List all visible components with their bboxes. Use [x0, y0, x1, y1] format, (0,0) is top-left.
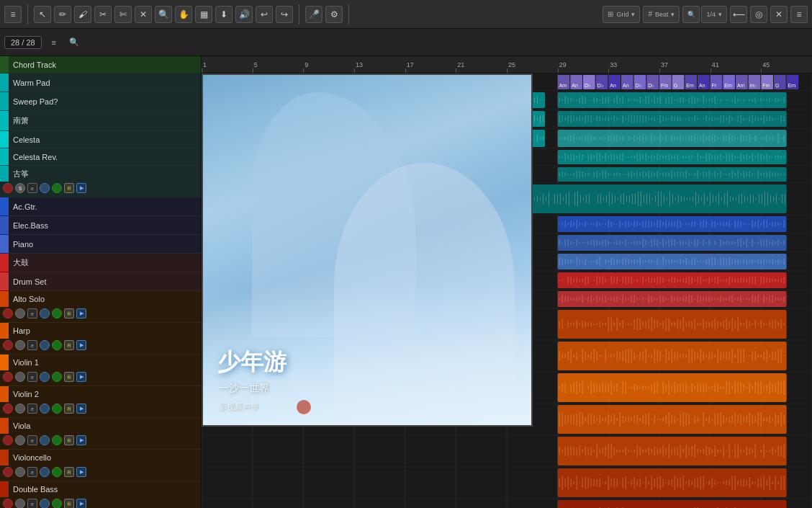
arrow-btn[interactable]: ▶	[76, 435, 86, 445]
solo-btn[interactable]	[15, 308, 25, 318]
solo-btn[interactable]	[15, 340, 25, 350]
wave-btn[interactable]	[40, 499, 50, 508]
green-btn[interactable]	[52, 467, 62, 477]
solo-btn[interactable]	[15, 404, 25, 414]
wave-btn[interactable]	[40, 404, 50, 414]
r-btn[interactable]: R	[64, 183, 74, 193]
mute-btn[interactable]	[3, 308, 13, 318]
quantize-dropdown[interactable]: 1/4 ▾	[701, 6, 727, 23]
wave-btn[interactable]	[40, 435, 50, 445]
redo-btn[interactable]: ↪	[276, 6, 293, 23]
pan-tool[interactable]: ✋	[175, 6, 192, 23]
svg-rect-1227	[726, 241, 727, 245]
select-tool[interactable]: ↖	[34, 6, 51, 23]
green-btn[interactable]	[52, 308, 62, 318]
arrow-btn[interactable]: ▶	[76, 183, 86, 193]
mute-btn[interactable]	[3, 404, 13, 414]
record-audio-btn[interactable]: 🎤	[305, 6, 322, 23]
r-btn[interactable]: R	[64, 435, 74, 445]
grid-dropdown[interactable]: ⊞ Grid ▾	[603, 6, 640, 23]
draw-tool[interactable]: ✏	[54, 6, 71, 23]
green-btn[interactable]	[52, 372, 62, 382]
toggle-btn-3[interactable]: ✕	[770, 6, 788, 23]
wave-btn[interactable]	[40, 467, 50, 477]
beat-dropdown[interactable]: # Beat ▾	[643, 6, 680, 23]
green-btn[interactable]	[52, 183, 62, 193]
paint-tool[interactable]: 🖌	[74, 6, 91, 23]
solo-btn[interactable]	[15, 372, 25, 382]
mute-btn[interactable]	[3, 435, 13, 445]
wave-btn[interactable]	[40, 372, 50, 382]
mute-btn[interactable]	[3, 467, 13, 477]
mute-btn[interactable]	[3, 183, 13, 193]
volume-tool[interactable]: 🔊	[235, 6, 253, 23]
search-icon[interactable]: 🔍	[66, 35, 82, 50]
edit-btn[interactable]: e	[27, 435, 37, 445]
svg-rect-1678	[643, 385, 644, 390]
svg-rect-1112	[626, 221, 626, 228]
solo-btn[interactable]	[15, 467, 25, 477]
edit-btn[interactable]: e	[27, 499, 37, 508]
svg-rect-1914	[631, 480, 632, 486]
piano-roll[interactable]: 159131721252933374145 AmAnD♭D♭AnAnD♭D♭Fm…	[202, 56, 812, 508]
mute-btn[interactable]	[3, 372, 13, 382]
svg-rect-686	[577, 156, 577, 159]
r-btn[interactable]: R	[64, 404, 74, 414]
arrow-btn[interactable]: ▶	[76, 467, 86, 477]
edit-btn[interactable]: e	[27, 183, 37, 193]
edit-btn[interactable]: e	[27, 467, 37, 477]
menu-extra-btn[interactable]: ≡	[790, 6, 808, 23]
cut-tool[interactable]: ✄	[114, 6, 132, 23]
arrow-btn[interactable]: ▶	[76, 340, 86, 350]
zoom-tool[interactable]: 🔍	[155, 6, 172, 23]
wave-btn[interactable]	[40, 340, 50, 350]
arrow-btn[interactable]: ▶	[76, 308, 86, 318]
erase-tool[interactable]: ✂	[94, 6, 112, 23]
undo-btn[interactable]: ↩	[256, 6, 273, 23]
svg-rect-1693	[686, 382, 687, 393]
svg-rect-1706	[723, 386, 724, 389]
svg-rect-1231	[738, 239, 739, 246]
solo-btn[interactable]	[15, 435, 25, 445]
r-btn[interactable]: R	[64, 499, 74, 508]
svg-rect-877	[767, 171, 767, 177]
settings-btn[interactable]: ⚙	[325, 6, 343, 23]
slip-tool[interactable]: ▦	[195, 6, 212, 23]
svg-rect-397	[680, 117, 681, 121]
edit-btn[interactable]: e	[27, 404, 37, 414]
wave-btn[interactable]	[40, 308, 50, 318]
wave-btn[interactable]	[40, 183, 50, 193]
solo-btn[interactable]	[15, 499, 25, 508]
edit-btn[interactable]: e	[27, 372, 37, 382]
track-name-chord: Chord Track	[9, 56, 131, 73]
svg-rect-1765	[663, 417, 664, 422]
edit-btn[interactable]: e	[27, 340, 37, 350]
r-btn[interactable]: R	[64, 340, 74, 350]
r-btn[interactable]: R	[64, 372, 74, 382]
green-btn[interactable]	[52, 435, 62, 445]
edit-btn[interactable]: e	[27, 308, 37, 318]
arrow-btn[interactable]: ▶	[76, 404, 86, 414]
svg-rect-583	[640, 135, 641, 141]
green-btn[interactable]	[52, 404, 62, 414]
green-btn[interactable]	[52, 499, 62, 508]
list-icon[interactable]: ≡	[46, 35, 62, 50]
r-btn[interactable]: R	[64, 467, 74, 477]
menu-button[interactable]: ≡	[4, 6, 22, 23]
toggle-btn-1[interactable]: ⟵	[730, 6, 747, 23]
svg-rect-1934	[689, 479, 690, 486]
arrow-btn[interactable]: ▶	[76, 499, 86, 508]
mute-tool[interactable]: ✕	[135, 6, 152, 23]
arrow-btn[interactable]: ▶	[76, 372, 86, 382]
mute-btn[interactable]	[3, 499, 13, 508]
green-btn[interactable]	[52, 340, 62, 350]
mute-btn[interactable]	[3, 340, 13, 350]
svg-rect-1337	[582, 278, 583, 282]
solo-btn[interactable]: S	[15, 183, 25, 193]
zoom-in-btn[interactable]: 🔍	[682, 6, 700, 23]
svg-rect-1533	[686, 322, 687, 327]
slide-tool[interactable]: ⬇	[215, 6, 233, 23]
svg-rect-1177	[582, 242, 583, 244]
r-btn[interactable]: R	[64, 308, 74, 318]
toggle-btn-2[interactable]: ◎	[750, 6, 767, 23]
